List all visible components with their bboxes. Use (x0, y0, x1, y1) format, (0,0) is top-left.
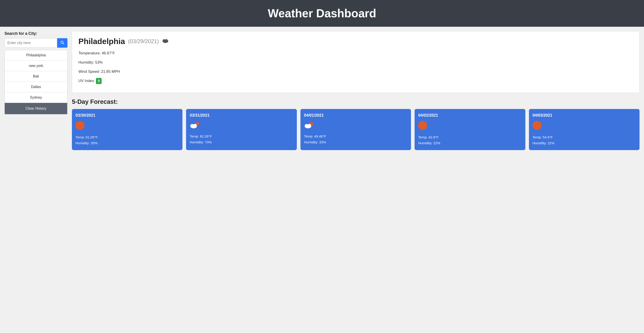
weather-pin-icon (162, 38, 169, 45)
uv-index-detail: UV Index: 0 (78, 78, 633, 84)
svg-point-3 (163, 39, 166, 42)
forecast-title: 5-Day Forecast: (72, 98, 640, 106)
history-item[interactable]: Bali (5, 71, 67, 82)
forecast-card-2: 03/31/2021 Temp: 62.26°FHumidity: 73% (186, 109, 296, 150)
main-layout: Search for a City: Philadelphia new york… (0, 27, 644, 154)
forecast-icon-3 (304, 121, 408, 131)
forecast-date-5: 04/03/2021 (532, 113, 636, 118)
history-item[interactable]: Dallas (5, 82, 67, 92)
svg-point-4 (166, 39, 168, 42)
svg-line-1 (63, 43, 64, 44)
forecast-detail-1: Temp: 61.05°FHumidity: 35% (76, 134, 179, 146)
page-title: Weather Dashboard (4, 7, 640, 20)
history-item[interactable]: Philadelphia (5, 50, 67, 61)
clear-history-button[interactable]: Clear History (5, 103, 67, 114)
sidebar: Search for a City: Philadelphia new york… (4, 31, 68, 114)
search-icon (60, 40, 64, 44)
temperature-detail: Temperature: 46.67°F (78, 50, 633, 56)
city-name: Philadelphia (78, 37, 125, 46)
history-item[interactable]: new york (5, 61, 67, 71)
history-item[interactable]: Sydney (5, 92, 67, 103)
page-header: Weather Dashboard (0, 0, 644, 27)
forecast-cards: 03/30/2021 Temp: 61.05°FHumidity: 35% 03… (72, 109, 640, 150)
forecast-card-1: 03/30/2021 Temp: 61.05°FHumidity: 35% (72, 109, 182, 150)
svg-point-8 (194, 124, 196, 127)
city-date: (03/29/2021) (128, 38, 159, 44)
search-button[interactable] (57, 38, 68, 48)
content-area: Philadelphia (03/29/2021) Temperature: 4… (72, 31, 640, 150)
forecast-detail-2: Temp: 62.26°FHumidity: 73% (190, 134, 293, 145)
humidity-detail: Humidity: 53% (78, 60, 633, 66)
forecast-icon-4 (418, 121, 522, 132)
search-label: Search for a City: (4, 31, 68, 36)
history-list: Philadelphia new york Bali Dallas Sydney… (4, 50, 68, 114)
city-header: Philadelphia (03/29/2021) (78, 37, 633, 46)
svg-point-12 (308, 124, 311, 127)
forecast-date-1: 03/30/2021 (76, 113, 179, 118)
forecast-icon-1 (76, 121, 179, 132)
forecast-date-4: 04/02/2021 (418, 113, 522, 118)
current-weather-card: Philadelphia (03/29/2021) Temperature: 4… (72, 31, 640, 93)
svg-point-7 (190, 124, 194, 127)
svg-point-11 (305, 124, 308, 127)
forecast-icon-2 (190, 121, 293, 131)
forecast-date-3: 04/01/2021 (304, 113, 408, 118)
forecast-card-4: 04/02/2021 Temp: 42.8°FHumidity: 22% (414, 109, 525, 150)
wind-speed-detail: Wind Speed: 21.85 MPH (78, 69, 633, 75)
forecast-detail-3: Temp: 49.46°FHumidity: 33% (304, 134, 408, 145)
forecast-section: 5-Day Forecast: 03/30/2021 Temp: 61.05°F… (72, 98, 640, 150)
search-input[interactable] (4, 38, 57, 48)
forecast-card-5: 04/03/2021 Temp: 54.9°FHumidity: 22% (529, 109, 640, 150)
forecast-date-2: 03/31/2021 (190, 113, 293, 118)
forecast-card-3: 04/01/2021 Temp: 49.46°FHumidity: 33% (300, 109, 411, 150)
forecast-icon-5 (532, 121, 636, 132)
forecast-detail-5: Temp: 54.9°FHumidity: 22% (532, 134, 636, 146)
forecast-detail-4: Temp: 42.8°FHumidity: 22% (418, 134, 522, 146)
search-row (4, 38, 68, 48)
uv-badge: 0 (96, 78, 102, 84)
